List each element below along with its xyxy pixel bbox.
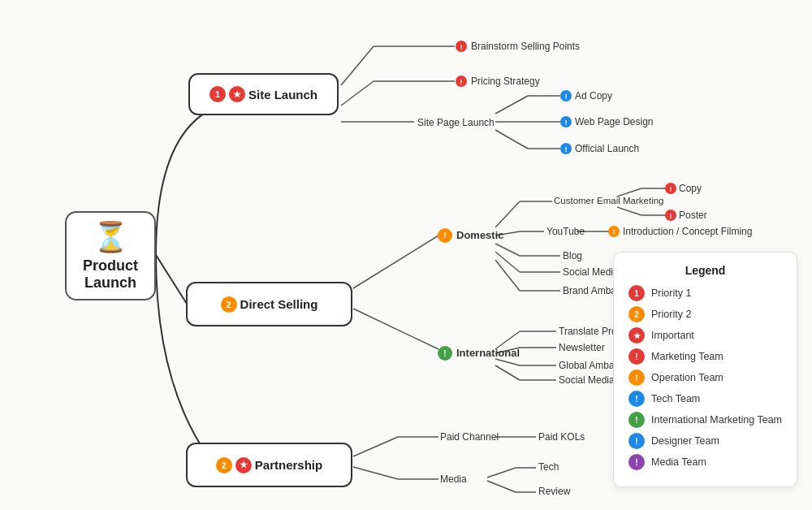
direct-selling-label: Direct Selling xyxy=(240,297,318,311)
site-launch-node: 1 ★ Site Launch xyxy=(188,73,339,115)
svg-line-16 xyxy=(617,207,641,215)
svg-line-35 xyxy=(353,437,398,456)
svg-text:!: ! xyxy=(670,212,672,220)
site-launch-label: Site Launch xyxy=(248,88,317,102)
partnership-node: 2 ★ Partnership xyxy=(186,443,352,487)
svg-line-25 xyxy=(495,260,520,291)
svg-line-8 xyxy=(495,130,528,149)
legend-media-badge: ! xyxy=(628,454,645,470)
svg-line-31 xyxy=(495,359,520,365)
svg-text:!: ! xyxy=(565,119,568,127)
svg-line-42 xyxy=(487,481,516,492)
copy-label: Copy xyxy=(679,183,702,194)
priority-2-badge: 2 xyxy=(221,296,237,313)
legend-intl: ! International Marketing Team xyxy=(628,412,782,428)
domestic-label: Domestic xyxy=(456,229,504,241)
svg-text:!: ! xyxy=(460,43,463,51)
svg-text:!: ! xyxy=(670,185,672,193)
legend-priority1: 1 Priority 1 xyxy=(628,285,782,301)
svg-line-12 xyxy=(495,201,520,227)
social-media-d-label: Social Media xyxy=(563,266,619,278)
svg-line-40 xyxy=(487,468,516,478)
legend-marketing-label: Marketing Team xyxy=(651,351,723,362)
svg-line-2 xyxy=(341,81,374,106)
legend-priority1-badge: 1 xyxy=(628,285,645,301)
partnership-priority-badge: 2 xyxy=(216,457,232,473)
legend-designer-badge: ! xyxy=(628,433,645,449)
legend-title: Legend xyxy=(628,264,782,277)
customer-email-label: Customer Email Marketing xyxy=(554,196,663,205)
legend-operation-label: Operation Team xyxy=(651,372,723,383)
site-page-launch-label: Site Page Launch xyxy=(417,117,495,128)
svg-line-23 xyxy=(495,252,520,272)
legend-operation-badge: ! xyxy=(628,370,645,386)
legend-marketing-badge: ! xyxy=(628,348,645,365)
svg-text:!: ! xyxy=(565,93,568,101)
svg-text:!: ! xyxy=(443,349,446,358)
svg-line-10 xyxy=(353,236,438,288)
legend-media-label: Media Team xyxy=(651,456,706,468)
center-node: ⏳ Product Launch xyxy=(65,211,156,300)
svg-text:!: ! xyxy=(443,231,446,240)
legend-important-badge: ★ xyxy=(628,327,645,344)
legend-intl-badge: ! xyxy=(628,412,645,428)
legend-important: ★ Important xyxy=(628,327,782,344)
newsletter-label: Newsletter xyxy=(559,342,605,353)
legend-intl-label: International Marketing Team xyxy=(651,414,782,426)
web-page-label: Web Page Design xyxy=(575,116,654,128)
legend-designer-label: Designer Team xyxy=(651,435,719,447)
svg-line-21 xyxy=(495,244,520,256)
priority-1-badge: 1 xyxy=(209,86,226,102)
international-label: International xyxy=(456,347,520,359)
social-media-i-label: Social Media xyxy=(559,374,615,386)
legend-tech: ! Tech Team xyxy=(628,391,782,407)
svg-line-11 xyxy=(353,309,438,349)
legend-designer: ! Designer Team xyxy=(628,433,782,449)
legend-priority2-label: Priority 2 xyxy=(651,309,691,320)
poster-label: Poster xyxy=(679,210,707,221)
review-label: Review xyxy=(538,486,571,497)
partnership-star-badge: ★ xyxy=(235,457,252,473)
intro-filming-label: Introduction / Concept Filming xyxy=(623,226,752,237)
media-label: Media xyxy=(440,473,467,485)
svg-text:!: ! xyxy=(613,228,615,236)
svg-text:!: ! xyxy=(460,78,463,86)
center-label: Product Launch xyxy=(75,257,146,292)
blog-label: Blog xyxy=(563,250,582,261)
brainstorm-label: Brainstorm Selling Points xyxy=(471,41,580,52)
youtube-label: YouTube xyxy=(546,226,585,237)
legend-priority2: 2 Priority 2 xyxy=(628,306,782,322)
paid-kols-label: Paid KOLs xyxy=(538,431,585,443)
paid-channel-label: Paid Channel xyxy=(440,431,499,443)
legend-tech-label: Tech Team xyxy=(651,393,700,404)
partnership-label: Partnership xyxy=(255,458,322,472)
ad-copy-label: Ad Copy xyxy=(575,90,612,102)
direct-selling-node: 2 Direct Selling xyxy=(186,282,352,326)
legend-media: ! Media Team xyxy=(628,454,782,470)
important-badge: ★ xyxy=(229,86,245,102)
pricing-label: Pricing Strategy xyxy=(471,76,540,87)
hourglass-icon: ⏳ xyxy=(93,220,129,254)
svg-line-33 xyxy=(495,365,520,380)
legend-tech-badge: ! xyxy=(628,391,645,407)
svg-line-5 xyxy=(495,96,528,114)
legend-priority1-label: Priority 1 xyxy=(651,287,691,299)
legend-box: Legend 1 Priority 1 2 Priority 2 ★ Impor… xyxy=(613,252,797,487)
svg-line-0 xyxy=(341,46,374,85)
legend-priority2-badge: 2 xyxy=(628,306,645,322)
legend-marketing: ! Marketing Team xyxy=(628,348,782,365)
legend-operation: ! Operation Team xyxy=(628,370,782,386)
svg-text:!: ! xyxy=(565,145,568,153)
svg-line-38 xyxy=(353,467,398,479)
tech-label: Tech xyxy=(538,461,559,473)
legend-important-label: Important xyxy=(651,330,694,341)
official-launch-label: Official Launch xyxy=(575,143,639,154)
